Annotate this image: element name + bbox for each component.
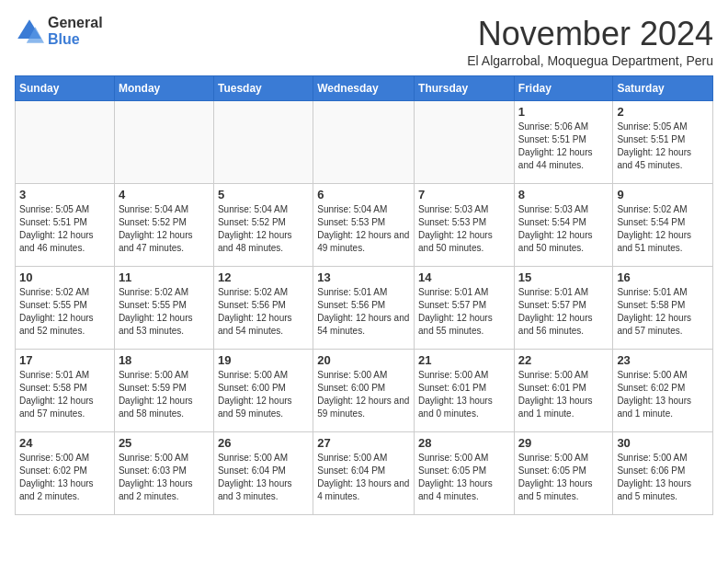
day-info: Sunrise: 5:02 AM Sunset: 5:54 PM Dayligh… xyxy=(617,203,709,255)
week-row-5: 24Sunrise: 5:00 AM Sunset: 6:02 PM Dayli… xyxy=(16,432,713,515)
calendar-cell: 11Sunrise: 5:02 AM Sunset: 5:55 PM Dayli… xyxy=(114,267,213,350)
day-info: Sunrise: 5:02 AM Sunset: 5:55 PM Dayligh… xyxy=(19,286,110,338)
day-info: Sunrise: 5:00 AM Sunset: 6:02 PM Dayligh… xyxy=(19,452,110,503)
month-title: November 2024 xyxy=(467,15,713,53)
day-number: 14 xyxy=(418,270,510,284)
day-info: Sunrise: 5:00 AM Sunset: 6:04 PM Dayligh… xyxy=(218,452,309,503)
logo-text: General Blue xyxy=(48,15,103,47)
logo-blue-text: Blue xyxy=(48,31,103,48)
day-info: Sunrise: 5:00 AM Sunset: 6:05 PM Dayligh… xyxy=(518,452,609,503)
calendar-cell: 30Sunrise: 5:00 AM Sunset: 6:06 PM Dayli… xyxy=(613,432,713,515)
calendar-cell: 29Sunrise: 5:00 AM Sunset: 6:05 PM Dayli… xyxy=(514,432,613,515)
header: General Blue November 2024 El Algarrobal… xyxy=(15,15,713,68)
weekday-header-sunday: Sunday xyxy=(16,76,115,101)
day-number: 4 xyxy=(119,188,210,201)
calendar-cell: 3Sunrise: 5:05 AM Sunset: 5:51 PM Daylig… xyxy=(16,184,115,267)
calendar-cell: 18Sunrise: 5:00 AM Sunset: 5:59 PM Dayli… xyxy=(114,350,213,432)
calendar-cell: 17Sunrise: 5:01 AM Sunset: 5:58 PM Dayli… xyxy=(16,350,115,432)
day-number: 13 xyxy=(317,270,410,284)
day-info: Sunrise: 5:00 AM Sunset: 5:59 PM Dayligh… xyxy=(119,369,210,420)
week-row-3: 10Sunrise: 5:02 AM Sunset: 5:55 PM Dayli… xyxy=(16,267,713,350)
day-info: Sunrise: 5:01 AM Sunset: 5:58 PM Dayligh… xyxy=(617,286,709,338)
week-row-4: 17Sunrise: 5:01 AM Sunset: 5:58 PM Dayli… xyxy=(16,350,713,432)
calendar-cell: 10Sunrise: 5:02 AM Sunset: 5:55 PM Dayli… xyxy=(16,267,115,350)
day-info: Sunrise: 5:01 AM Sunset: 5:56 PM Dayligh… xyxy=(317,286,410,338)
day-info: Sunrise: 5:05 AM Sunset: 5:51 PM Dayligh… xyxy=(617,121,709,172)
day-number: 3 xyxy=(19,188,110,201)
day-info: Sunrise: 5:01 AM Sunset: 5:57 PM Dayligh… xyxy=(518,286,609,338)
day-number: 1 xyxy=(518,105,609,119)
day-info: Sunrise: 5:00 AM Sunset: 6:06 PM Dayligh… xyxy=(617,452,709,503)
calendar-cell xyxy=(415,101,515,184)
day-info: Sunrise: 5:01 AM Sunset: 5:57 PM Dayligh… xyxy=(418,286,510,338)
day-info: Sunrise: 5:06 AM Sunset: 5:51 PM Dayligh… xyxy=(518,121,609,172)
calendar-cell: 4Sunrise: 5:04 AM Sunset: 5:52 PM Daylig… xyxy=(114,184,213,267)
day-number: 6 xyxy=(317,188,410,201)
day-info: Sunrise: 5:03 AM Sunset: 5:54 PM Dayligh… xyxy=(518,203,609,255)
day-number: 8 xyxy=(518,188,609,201)
day-info: Sunrise: 5:03 AM Sunset: 5:53 PM Dayligh… xyxy=(418,203,510,255)
day-number: 28 xyxy=(418,436,510,450)
calendar-cell: 2Sunrise: 5:05 AM Sunset: 5:51 PM Daylig… xyxy=(613,101,713,184)
day-info: Sunrise: 5:00 AM Sunset: 6:04 PM Dayligh… xyxy=(317,452,410,503)
calendar-cell: 8Sunrise: 5:03 AM Sunset: 5:54 PM Daylig… xyxy=(514,184,613,267)
calendar-cell: 9Sunrise: 5:02 AM Sunset: 5:54 PM Daylig… xyxy=(613,184,713,267)
calendar-cell xyxy=(313,101,415,184)
calendar-cell: 5Sunrise: 5:04 AM Sunset: 5:52 PM Daylig… xyxy=(213,184,313,267)
calendar-cell: 14Sunrise: 5:01 AM Sunset: 5:57 PM Dayli… xyxy=(415,267,515,350)
day-number: 5 xyxy=(218,188,309,201)
calendar-cell: 13Sunrise: 5:01 AM Sunset: 5:56 PM Dayli… xyxy=(313,267,415,350)
calendar-cell: 1Sunrise: 5:06 AM Sunset: 5:51 PM Daylig… xyxy=(514,101,613,184)
calendar-cell: 12Sunrise: 5:02 AM Sunset: 5:56 PM Dayli… xyxy=(213,267,313,350)
day-number: 21 xyxy=(418,353,510,367)
day-number: 11 xyxy=(119,270,210,284)
calendar-cell: 28Sunrise: 5:00 AM Sunset: 6:05 PM Dayli… xyxy=(415,432,515,515)
day-number: 22 xyxy=(518,353,609,367)
weekday-header-wednesday: Wednesday xyxy=(313,76,415,101)
day-number: 16 xyxy=(617,270,709,284)
week-row-2: 3Sunrise: 5:05 AM Sunset: 5:51 PM Daylig… xyxy=(16,184,713,267)
day-info: Sunrise: 5:00 AM Sunset: 6:01 PM Dayligh… xyxy=(418,369,510,420)
calendar-cell: 7Sunrise: 5:03 AM Sunset: 5:53 PM Daylig… xyxy=(415,184,515,267)
calendar-cell: 22Sunrise: 5:00 AM Sunset: 6:01 PM Dayli… xyxy=(514,350,613,432)
day-info: Sunrise: 5:04 AM Sunset: 5:53 PM Dayligh… xyxy=(317,203,410,255)
calendar-cell: 16Sunrise: 5:01 AM Sunset: 5:58 PM Dayli… xyxy=(613,267,713,350)
logo-general-text: General xyxy=(48,15,103,31)
day-info: Sunrise: 5:04 AM Sunset: 5:52 PM Dayligh… xyxy=(218,203,309,255)
day-number: 27 xyxy=(317,436,410,450)
day-number: 10 xyxy=(19,270,110,284)
day-info: Sunrise: 5:05 AM Sunset: 5:51 PM Dayligh… xyxy=(19,203,110,255)
day-info: Sunrise: 5:00 AM Sunset: 6:02 PM Dayligh… xyxy=(617,369,709,420)
calendar-cell: 19Sunrise: 5:00 AM Sunset: 6:00 PM Dayli… xyxy=(213,350,313,432)
day-info: Sunrise: 5:00 AM Sunset: 6:00 PM Dayligh… xyxy=(317,369,410,420)
day-number: 20 xyxy=(317,353,410,367)
day-number: 9 xyxy=(617,188,709,201)
weekday-header-monday: Monday xyxy=(114,76,213,101)
day-info: Sunrise: 5:00 AM Sunset: 6:01 PM Dayligh… xyxy=(518,369,609,420)
weekday-header-tuesday: Tuesday xyxy=(213,76,313,101)
calendar-cell: 23Sunrise: 5:00 AM Sunset: 6:02 PM Dayli… xyxy=(613,350,713,432)
week-row-1: 1Sunrise: 5:06 AM Sunset: 5:51 PM Daylig… xyxy=(16,101,713,184)
weekday-header-friday: Friday xyxy=(514,76,613,101)
day-number: 19 xyxy=(218,353,309,367)
day-number: 30 xyxy=(617,436,709,450)
day-number: 29 xyxy=(518,436,609,450)
calendar-cell: 25Sunrise: 5:00 AM Sunset: 6:03 PM Dayli… xyxy=(114,432,213,515)
day-number: 18 xyxy=(119,353,210,367)
calendar-cell: 21Sunrise: 5:00 AM Sunset: 6:01 PM Dayli… xyxy=(415,350,515,432)
day-info: Sunrise: 5:00 AM Sunset: 6:05 PM Dayligh… xyxy=(418,452,510,503)
weekday-header-thursday: Thursday xyxy=(415,76,515,101)
day-number: 23 xyxy=(617,353,709,367)
calendar-cell xyxy=(16,101,115,184)
day-number: 24 xyxy=(19,436,110,450)
location-title: El Algarrobal, Moquegua Department, Peru xyxy=(467,53,713,68)
day-info: Sunrise: 5:00 AM Sunset: 6:03 PM Dayligh… xyxy=(119,452,210,503)
calendar-cell: 24Sunrise: 5:00 AM Sunset: 6:02 PM Dayli… xyxy=(16,432,115,515)
calendar-cell: 15Sunrise: 5:01 AM Sunset: 5:57 PM Dayli… xyxy=(514,267,613,350)
calendar-table: SundayMondayTuesdayWednesdayThursdayFrid… xyxy=(15,75,713,515)
calendar-cell: 26Sunrise: 5:00 AM Sunset: 6:04 PM Dayli… xyxy=(213,432,313,515)
day-number: 7 xyxy=(418,188,510,201)
calendar-cell: 27Sunrise: 5:00 AM Sunset: 6:04 PM Dayli… xyxy=(313,432,415,515)
calendar-cell xyxy=(114,101,213,184)
day-number: 12 xyxy=(218,270,309,284)
